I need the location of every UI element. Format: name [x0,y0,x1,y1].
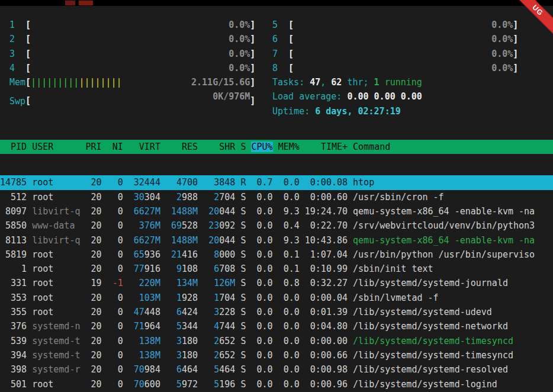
cell-command: /lib/systemd/systemd-resolved [353,364,508,375]
column-header-res[interactable]: RES [166,142,198,152]
mem-bar-used: ||||||||| [31,77,79,88]
cell-pri: 20 [86,364,102,375]
cpu-meter-value: 0.0% [491,18,513,32]
process-row-501[interactable]: 501 root 20 0 70600 5972 5196 S 0.0 0.0 … [0,377,553,391]
process-row-5819[interactable]: 5819 root 20 0 65936 21416 8000 S 0.0 0.… [0,248,553,262]
cpu-meter-bar: 0.0% [294,32,513,46]
cell-shr: 1704 [203,293,235,303]
bracket-close-icon: ] [513,34,518,44]
cell-res: 3180 [166,336,198,346]
cpu-meters-right: 5[0.0%]6[0.0%]7[0.0%]8[0.0%] [272,18,553,75]
cell-res: 69528 [166,220,198,231]
cell-ni: 0 [107,336,123,346]
cell-res: 3180 [166,350,198,361]
process-row-331[interactable]: 331 root 19 -1 220M 134M 126M S 0.0 0.8 … [0,276,553,290]
cell-s: S [240,307,246,317]
cell-time: 0:00.98 [305,364,348,375]
cell-command: qemu-system-x86_64 -enable-kvm -na [353,206,535,217]
column-header-pri[interactable]: PRI [86,142,102,152]
megabyte-prefix: 32 [134,177,144,188]
cell-ni: 0 [107,220,123,231]
cell-time: 0:00.08 [305,177,348,188]
cpu-meter-bar: 0.0% [294,61,513,75]
process-row-8097[interactable]: 8097 libvirt-q 20 0 6627M 1488M 20044 S … [0,204,553,219]
process-row-512[interactable]: 512 root 20 0 30304 2988 2704 S 0.0 0.0 … [0,190,553,204]
process-row-1[interactable]: 1 root 20 0 77916 9108 6708 S 0.0 0.1 0:… [0,262,553,276]
column-header-s[interactable]: S [240,142,246,152]
cell-cpu: 0.0 [251,235,272,246]
cell-pid: 355 [0,307,27,317]
cell-mem: 0.4 [278,220,300,231]
cpu-meter-value: 0.0% [229,61,250,75]
megabyte-prefix: 47 [134,307,144,317]
column-header-cpu[interactable]: CPU% [251,142,272,152]
megabyte-value: 138M [128,350,160,361]
megabyte-prefix: 65 [134,249,144,260]
cell-user: root [32,293,80,303]
column-header-shr[interactable]: SHR [203,142,235,152]
cell-mem: 0.0 [278,293,300,303]
cell-mem: 0.0 [278,364,300,375]
cell-pri: 20 [86,307,102,317]
cell-res: 9108 [166,264,198,274]
cell-ni: -1 [107,278,123,288]
process-row-353[interactable]: 353 root 20 0 103M 1928 1704 S 0.0 0.0 0… [0,291,553,305]
process-row-14785[interactable]: 14785 root 20 0 32444 4700 3848 R 0.7 0.… [0,175,553,189]
cell-s: R [240,177,246,188]
cell-shr: 3848 [203,177,235,188]
mem-meter-value: 2.11G/15.6G [191,75,250,89]
htop-terminal: 1[0.0%]2[0.0%]3[0.0%]4[0.0%] Mem[|||||||… [0,6,553,392]
cell-virt: 47448 [128,307,160,317]
column-header-command[interactable]: Command [353,142,390,152]
cell-pid: 331 [0,278,27,288]
cell-time: 1:07.04 [305,249,348,260]
cell-pid: 376 [0,321,27,332]
column-header-pid[interactable]: PID [0,142,27,152]
megabyte-prefix: 9 [176,264,182,274]
process-row-355[interactable]: 355 root 20 0 47448 6424 3228 S 0.0 0.0 … [0,305,553,319]
cell-pri: 20 [86,293,102,303]
cell-time: 0:32.27 [305,278,348,288]
megabyte-prefix: 5 [214,364,219,375]
cell-pri: 20 [86,336,102,346]
megabyte-prefix: 6 [214,264,219,274]
cell-pid: 1 [0,264,27,274]
process-rows: 14785 root 20 0 32444 4700 3848 R 0.7 0.… [0,175,553,392]
megabyte-prefix: 3 [176,336,182,346]
cell-user: systemd-r [32,364,80,375]
process-row-394[interactable]: 394 systemd-t 20 0 138M 3180 2652 S 0.0 … [0,348,553,362]
cell-pri: 20 [86,249,102,260]
process-row-539[interactable]: 539 systemd-t 20 0 138M 3180 2652 S 0.0 … [0,334,553,348]
megabyte-prefix: 21 [171,249,182,260]
column-header-time[interactable]: TIME+ [305,142,348,152]
process-row-376[interactable]: 376 systemd-n 20 0 71964 5344 4744 S 0.0… [0,319,553,333]
swap-meter-label: Swp [9,94,25,108]
cell-pid: 8097 [0,206,27,217]
cell-s: S [240,235,246,246]
cell-shr: 5196 [203,379,235,390]
top-bar [0,0,553,6]
bracket-close-icon: ] [250,77,255,88]
cpu-meter-label: 5 [272,18,288,32]
cell-user: systemd-t [32,350,80,361]
process-row-5850[interactable]: 5850 www-data 20 0 376M 69528 23092 S 0.… [0,219,553,233]
cell-s: S [240,278,246,288]
cell-virt: 70984 [128,364,160,375]
bracket-open-icon: [ [25,20,31,30]
cpu-meter-2: 2[0.0%] [9,32,272,46]
tasks-thread-count: 62 [331,77,342,88]
cell-user: libvirt-q [32,206,80,217]
cell-cpu: 0.0 [251,206,272,217]
process-row-8113[interactable]: 8113 libvirt-q 20 0 6627M 1488M 20044 S … [0,233,553,248]
cell-mem: 0.0 [278,177,300,188]
process-row-398[interactable]: 398 systemd-r 20 0 70984 6464 5464 S 0.0… [0,362,553,377]
column-header-ni[interactable]: NI [107,142,123,152]
bracket-open-icon: [ [25,96,31,107]
column-header-virt[interactable]: VIRT [128,142,160,152]
column-header-mem[interactable]: MEM% [278,142,300,152]
megabyte-prefix: 2 [214,192,219,203]
column-header-user[interactable]: USER [32,142,80,152]
megabyte-prefix: 3 [176,350,182,361]
cpu-meter-label: 8 [272,61,288,75]
tasks-running-label: running [380,77,422,88]
